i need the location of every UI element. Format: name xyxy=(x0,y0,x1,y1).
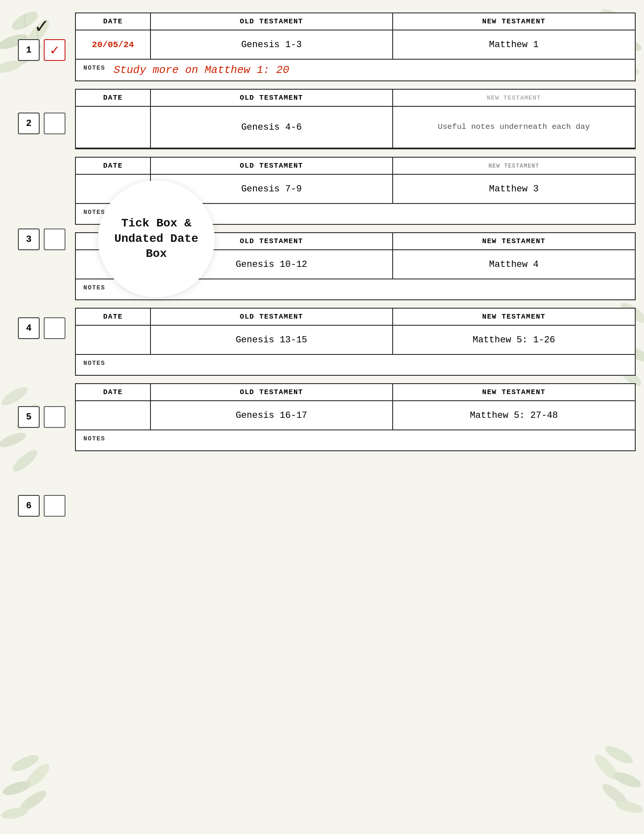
svg-point-16 xyxy=(0,805,29,821)
day-1-nt-header: NEW TESTAMENT xyxy=(393,13,635,30)
day-4-notes-label: NOTES xyxy=(83,284,105,291)
day-3-nt-header: NEW TESTAMENT xyxy=(393,158,635,174)
checkbox-1[interactable]: ✓ xyxy=(44,39,65,61)
day-6-ot-header: OLD TESTAMENT xyxy=(151,384,393,400)
number-box-2: 2 xyxy=(18,113,40,134)
day-3-notes-label: NOTES xyxy=(83,208,105,216)
day-4-nt-header: NEW TESTAMENT xyxy=(393,233,635,249)
day-5-nt-header: NEW TESTAMENT xyxy=(393,309,635,325)
day-2-wrapper: DATE OLD TESTAMENT NEW TESTAMENT Genesis… xyxy=(75,89,636,157)
day-5-ot-header: OLD TESTAMENT xyxy=(151,309,393,325)
checkbox-5[interactable] xyxy=(44,406,65,428)
day-5-date-header: DATE xyxy=(76,309,151,325)
sidebar-item-3: 3 xyxy=(18,229,65,250)
svg-point-13 xyxy=(22,760,53,791)
number-box-4: 4 xyxy=(18,317,40,339)
day-2-ot-header: OLD TESTAMENT xyxy=(151,90,393,106)
day-block-6: DATE OLD TESTAMENT NEW TESTAMENT Genesis… xyxy=(75,383,636,451)
day-block-1: DATE OLD TESTAMENT NEW TESTAMENT 20/05/2… xyxy=(75,13,636,81)
day-5-notes-row: NOTES xyxy=(76,355,635,375)
day-4-nt: Matthew 4 xyxy=(393,250,635,279)
callout-bubble: Tick Box & Undated Date Box xyxy=(98,181,215,297)
callout-right-text: Useful notes underneath each day xyxy=(438,122,590,133)
checkbox-2[interactable] xyxy=(44,113,65,134)
callout-line3: Box xyxy=(146,246,167,261)
day-1-content-row: 20/05/24 Genesis 1-3 Matthew 1 xyxy=(76,30,635,60)
day-1-notes-content: Study more on Matthew 1: 20 xyxy=(114,64,289,76)
day-2-content-row: Genesis 4-6 Useful notes underneath each… xyxy=(76,107,635,148)
day-block-2: DATE OLD TESTAMENT NEW TESTAMENT Genesis… xyxy=(75,89,636,149)
day-5-header-row: DATE OLD TESTAMENT NEW TESTAMENT xyxy=(76,309,635,326)
svg-point-18 xyxy=(591,751,621,784)
day-1-ot-header: OLD TESTAMENT xyxy=(151,13,393,30)
checkbox-4[interactable] xyxy=(44,317,65,339)
sidebar-item-5: 5 xyxy=(18,406,65,428)
day-6-content-row: Genesis 16-17 Matthew 5: 27-48 xyxy=(76,401,635,430)
day-5-notes-label: NOTES xyxy=(83,359,105,367)
number-box-6: 6 xyxy=(18,495,40,517)
day-1-notes-label: NOTES xyxy=(83,64,105,72)
day-2-date xyxy=(76,107,151,148)
sidebar-item-1: 1 ✓ xyxy=(18,39,65,61)
callout-line2: Undated Date xyxy=(114,231,198,246)
svg-point-17 xyxy=(603,743,635,767)
day-1-date: 20/05/24 xyxy=(76,30,151,59)
day-6-ot: Genesis 16-17 xyxy=(151,401,393,430)
day-2-ot: Genesis 4-6 xyxy=(151,107,393,148)
day-6-nt-header: NEW TESTAMENT xyxy=(393,384,635,400)
day-3-nt: Matthew 3 xyxy=(393,175,635,203)
page-container: ✓ 1 ✓ 2 3 4 5 xyxy=(0,0,644,532)
day-6-header-row: DATE OLD TESTAMENT NEW TESTAMENT xyxy=(76,384,635,401)
day-1-ot: Genesis 1-3 xyxy=(151,30,393,59)
checkbox-3[interactable] xyxy=(44,229,65,250)
day-6-notes-label: NOTES xyxy=(83,435,105,442)
svg-point-19 xyxy=(612,769,643,790)
day-6-notes-row: NOTES xyxy=(76,430,635,450)
day-3-header-row: DATE OLD TESTAMENT NEW TESTAMENT xyxy=(76,158,635,175)
svg-point-14 xyxy=(1,779,33,798)
day-5-nt: Matthew 5: 1-26 xyxy=(393,326,635,354)
day-6-nt: Matthew 5: 27-48 xyxy=(393,401,635,430)
day-1-header-row: DATE OLD TESTAMENT NEW TESTAMENT xyxy=(76,13,635,30)
number-box-3: 3 xyxy=(18,229,40,250)
day-2-date-header: DATE xyxy=(76,90,151,106)
day-5-date xyxy=(76,326,151,354)
number-box-1: 1 xyxy=(18,39,40,61)
callout-line1: Tick Box & xyxy=(121,216,191,231)
day-3-ot-header: OLD TESTAMENT xyxy=(151,158,393,174)
sidebar-item-4: 4 xyxy=(18,317,65,339)
checkbox-6[interactable] xyxy=(44,495,65,517)
day-2-nt: Useful notes underneath each day xyxy=(393,107,635,148)
day-6-date xyxy=(76,401,151,430)
day-5-content-row: Genesis 13-15 Matthew 5: 1-26 xyxy=(76,326,635,355)
day-6-date-header: DATE xyxy=(76,384,151,400)
svg-point-15 xyxy=(18,787,49,814)
day-2-header-row: DATE OLD TESTAMENT NEW TESTAMENT xyxy=(76,90,635,107)
day-5-ot: Genesis 13-15 xyxy=(151,326,393,354)
sidebar-item-6: 6 xyxy=(18,495,65,517)
day-2-nt-header: NEW TESTAMENT xyxy=(393,90,635,106)
day-3-date-header: DATE xyxy=(76,158,151,174)
svg-point-21 xyxy=(614,799,644,815)
sidebar-item-2: 2 xyxy=(18,113,65,134)
svg-point-20 xyxy=(599,781,630,808)
svg-point-12 xyxy=(9,752,41,774)
number-box-5: 5 xyxy=(18,406,40,428)
sidebar: ✓ 1 ✓ 2 3 4 5 xyxy=(8,13,75,519)
day-1-nt: Matthew 1 xyxy=(393,30,635,59)
big-checkmark-1: ✓ xyxy=(35,17,48,38)
day-1-notes-row: NOTES Study more on Matthew 1: 20 xyxy=(76,60,635,80)
day-1-date-header: DATE xyxy=(76,13,151,30)
table-area: DATE OLD TESTAMENT NEW TESTAMENT 20/05/2… xyxy=(75,13,636,519)
day-block-5: DATE OLD TESTAMENT NEW TESTAMENT Genesis… xyxy=(75,308,636,376)
